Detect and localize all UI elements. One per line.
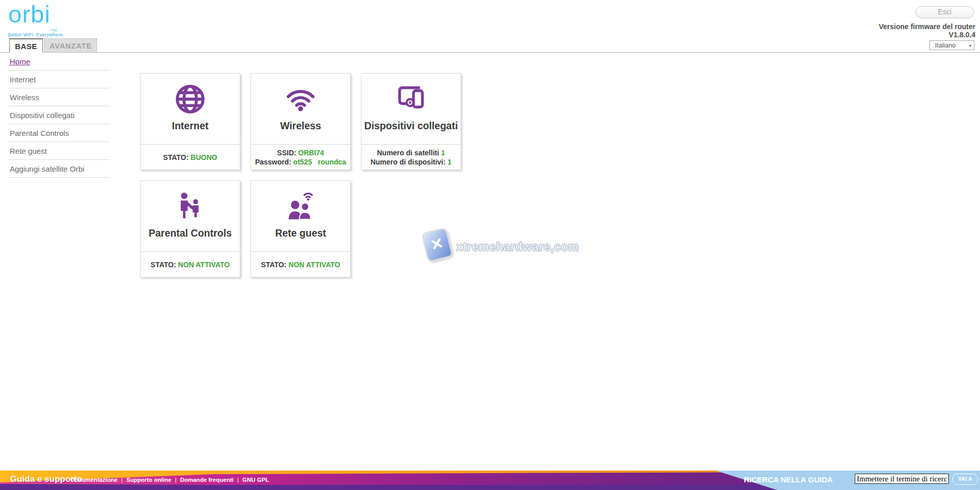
sidebar-item-dispositivi-collegati[interactable]: Dispositivi collegati — [9, 106, 110, 124]
card-parental-controls[interactable]: Parental Controls STATO: NON ATTIVATO — [140, 180, 240, 277]
card-dispositivi-collegati[interactable]: Dispositivi collegati Numero di satellit… — [361, 73, 461, 170]
devices-count: 1 — [448, 158, 452, 166]
parental-icon — [174, 191, 206, 222]
wifi-icon — [285, 83, 316, 115]
logout-button[interactable]: Esci — [916, 6, 974, 18]
card-status: SSID: ORBI74 Password: ot525 roundca — [251, 144, 350, 170]
sidebar-item-aggiungi-satellite-orbi[interactable]: Aggiungi satellite Orbi — [9, 160, 110, 178]
status-value: NON ATTIVATO — [288, 261, 340, 269]
card-title: Dispositivi collegati — [364, 120, 458, 132]
sidebar-item-wireless[interactable]: Wireless — [9, 88, 110, 106]
status-label: STATO: — [151, 261, 178, 269]
satellites-count: 1 — [441, 149, 445, 157]
sidebar-item-rete-guest[interactable]: Rete guest — [9, 142, 110, 160]
link-documentazione[interactable]: Documentazione — [71, 477, 118, 483]
card-internet[interactable]: Internet STATO: BUONO — [140, 73, 240, 170]
status-label: STATO: — [163, 153, 191, 161]
sidebar-item-parental-controls[interactable]: Parental Controls — [9, 124, 110, 142]
link-gnu-gpl[interactable]: GNU GPL — [242, 477, 269, 483]
card-status: Numero di satelliti 1 Numero di disposit… — [361, 144, 461, 170]
orbi-admin-page: orbiTM Better WiFi. Everywhere. Esci Ver… — [0, 0, 980, 490]
devices-icon — [395, 83, 427, 115]
ssid-label: SSID: — [277, 149, 298, 157]
devices-label: Numero di dispositivi: — [371, 158, 448, 166]
password-label: Password: — [255, 158, 293, 166]
ssid-value: ORBI74 — [298, 149, 324, 157]
footer-links: Documentazione|Supporto online|Domande f… — [71, 477, 269, 483]
firmware-info: Versione firmware del router V1.8.0.4 — [879, 22, 975, 39]
orbi-logo: orbiTM Better WiFi. Everywhere. — [8, 1, 64, 37]
sidebar-item-home[interactable]: Home — [9, 53, 110, 71]
card-title: Rete guest — [275, 227, 326, 239]
status-value: BUONO — [191, 153, 217, 161]
link-separator: | — [121, 477, 123, 483]
xtremehardware-watermark: ✕ xtremehardware,com — [423, 229, 556, 264]
sidebar-nav: Home Internet Wireless Dispositivi colle… — [9, 53, 110, 178]
watermark-x-badge: ✕ — [421, 227, 453, 262]
globe-icon — [174, 83, 206, 115]
firmware-label: Versione firmware del router — [879, 22, 975, 31]
tab-bar: BASE AVANZATE — [0, 38, 980, 53]
link-supporto-online[interactable]: Supporto online — [126, 477, 171, 483]
card-title: Wireless — [280, 120, 321, 132]
guide-search-label: RICERCA NELLA GUIDA — [744, 475, 833, 484]
guest-network-icon — [285, 191, 316, 222]
link-domande-frequenti[interactable]: Domande frequenti — [180, 477, 234, 483]
go-button[interactable]: VAI A — [952, 474, 978, 485]
card-title: Parental Controls — [149, 227, 232, 239]
footer-bar: Guida e supporto Documentazione|Supporto… — [0, 471, 980, 490]
card-wireless[interactable]: Wireless SSID: ORBI74 Password: ot525 ro… — [250, 73, 351, 170]
card-title: Internet — [172, 120, 209, 132]
tab-base[interactable]: BASE — [9, 38, 43, 53]
orbi-logo-text: orbi — [8, 1, 50, 28]
link-separator: | — [237, 477, 239, 483]
status-value: NON ATTIVATO — [178, 261, 230, 269]
card-status: STATO: NON ATTIVATO — [251, 251, 350, 277]
link-separator: | — [175, 477, 176, 483]
card-rete-guest[interactable]: Rete guest STATO: NON ATTIVATO — [250, 180, 351, 277]
guide-search-input[interactable] — [855, 474, 949, 484]
tab-avanzate[interactable]: AVANZATE — [44, 38, 97, 52]
satellites-label: Numero di satelliti — [377, 149, 441, 157]
status-label: STATO: — [261, 261, 289, 269]
brand-tagline: Better WiFi. Everywhere. — [8, 32, 64, 37]
sidebar-item-internet[interactable]: Internet — [9, 71, 110, 88]
card-status: STATO: BUONO — [141, 144, 240, 170]
firmware-version: V1.8.0.4 — [879, 31, 975, 39]
card-status: STATO: NON ATTIVATO — [141, 251, 240, 277]
password-value: ot525 roundca — [293, 158, 346, 166]
watermark-text: xtremehardware,com — [456, 240, 579, 254]
